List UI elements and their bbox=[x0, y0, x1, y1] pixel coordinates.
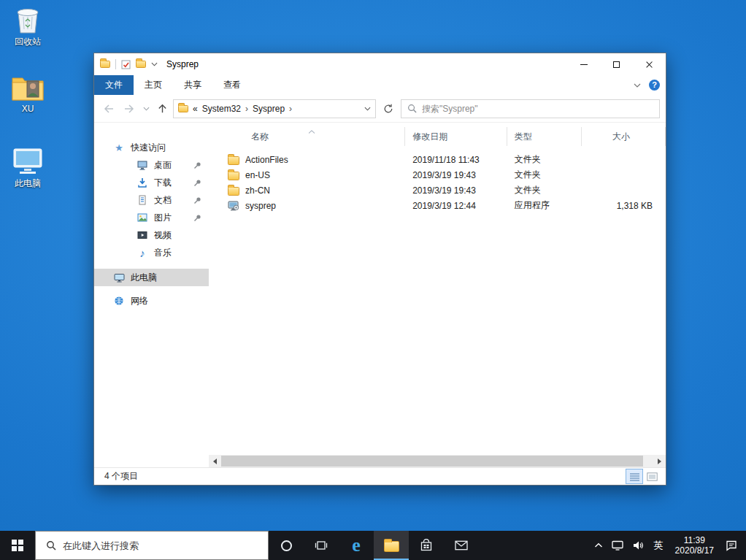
sidebar-item-documents[interactable]: 文档 bbox=[94, 191, 209, 209]
explorer-search-box[interactable] bbox=[401, 99, 660, 118]
clock[interactable]: 11:39 2020/8/17 bbox=[669, 535, 720, 556]
ribbon-tab-bar: 文件 主页 共享 查看 ? bbox=[94, 75, 666, 95]
file-type: 文件夹 bbox=[507, 153, 582, 166]
scrollbar-thumb[interactable] bbox=[221, 456, 643, 467]
action-center-button[interactable] bbox=[720, 531, 746, 560]
quick-access-star-icon: ★ bbox=[113, 143, 125, 153]
close-button[interactable] bbox=[633, 54, 666, 75]
details-view-button[interactable] bbox=[626, 469, 642, 483]
title-bar[interactable]: Sysprep bbox=[94, 53, 666, 75]
sidebar-item-network[interactable]: 网络 bbox=[94, 292, 209, 310]
file-explorer-icon bbox=[384, 541, 399, 552]
qat-new-folder-icon[interactable] bbox=[136, 61, 146, 68]
store-button[interactable] bbox=[409, 531, 444, 560]
file-size: 1,318 KB bbox=[582, 201, 666, 211]
desktop-icon-user-folder[interactable]: XU bbox=[1, 74, 54, 114]
scroll-left-button[interactable] bbox=[209, 455, 221, 467]
sidebar-item-desktop[interactable]: 桌面 bbox=[94, 156, 209, 174]
show-hidden-icons-button[interactable] bbox=[590, 531, 607, 560]
ime-indicator[interactable]: 英 bbox=[648, 531, 669, 560]
window-body: ★ 快速访问 桌面 下载 bbox=[94, 123, 666, 467]
sidebar-item-downloads[interactable]: 下载 bbox=[94, 174, 209, 191]
speaker-icon bbox=[632, 540, 644, 551]
column-header-size[interactable]: 大小 bbox=[582, 127, 666, 146]
explorer-search-input[interactable] bbox=[422, 104, 653, 114]
column-header-date-modified[interactable]: 修改日期 bbox=[405, 127, 507, 146]
task-view-button[interactable] bbox=[304, 531, 339, 560]
desktop-icon-recycle-bin[interactable]: 回收站 bbox=[1, 4, 54, 47]
address-dropdown-icon[interactable] bbox=[364, 107, 371, 111]
desktop-icon-label: XU bbox=[22, 104, 34, 114]
videos-icon bbox=[136, 230, 148, 240]
sidebar-item-quick-access[interactable]: ★ 快速访问 bbox=[94, 139, 209, 156]
volume-button[interactable] bbox=[628, 531, 648, 560]
file-explorer-button[interactable] bbox=[374, 531, 409, 560]
large-icons-view-button[interactable] bbox=[644, 469, 660, 483]
folder-icon bbox=[228, 187, 239, 196]
tab-share[interactable]: 共享 bbox=[173, 75, 212, 95]
file-type: 文件夹 bbox=[507, 169, 582, 181]
edge-icon: e bbox=[352, 536, 361, 555]
taskbar: e bbox=[0, 531, 746, 560]
breadcrumb-sysprep[interactable]: Sysprep bbox=[253, 104, 285, 114]
qat-chevron-down-icon[interactable] bbox=[151, 62, 158, 66]
breadcrumb-separator-icon[interactable]: › bbox=[245, 104, 248, 114]
application-icon bbox=[228, 201, 239, 211]
start-button[interactable] bbox=[0, 531, 35, 560]
file-row-actionfiles[interactable]: ActionFiles 2019/11/18 11:43 文件夹 bbox=[209, 152, 666, 167]
help-button[interactable]: ? bbox=[649, 80, 660, 91]
expand-ribbon-chevron-icon[interactable] bbox=[634, 83, 641, 88]
sidebar-label: 文档 bbox=[154, 194, 172, 207]
sidebar-item-this-pc[interactable]: 此电脑 bbox=[94, 269, 209, 286]
action-center-icon bbox=[726, 540, 737, 551]
taskbar-search-box[interactable] bbox=[35, 531, 269, 560]
file-name: zh-CN bbox=[245, 185, 270, 196]
pin-icon bbox=[193, 196, 201, 207]
file-date: 2019/3/19 19:43 bbox=[405, 170, 507, 180]
file-row-sysprep[interactable]: sysprep 2019/3/19 12:44 应用程序 1,318 KB bbox=[209, 198, 666, 213]
edge-button[interactable]: e bbox=[339, 531, 374, 560]
forward-button[interactable] bbox=[120, 99, 138, 118]
horizontal-scrollbar[interactable] bbox=[209, 455, 666, 467]
recycle-bin-icon bbox=[13, 4, 42, 35]
pin-icon bbox=[193, 214, 201, 224]
file-row-en-us[interactable]: en-US 2019/3/19 19:43 文件夹 bbox=[209, 167, 666, 183]
sort-ascending-icon[interactable] bbox=[308, 126, 315, 136]
refresh-icon bbox=[383, 104, 393, 114]
minimize-button[interactable] bbox=[567, 54, 600, 75]
recent-locations-button[interactable] bbox=[141, 99, 151, 118]
breadcrumb-separator-icon[interactable]: › bbox=[289, 104, 292, 114]
scroll-right-button[interactable] bbox=[653, 455, 666, 467]
sidebar-item-pictures[interactable]: 图片 bbox=[94, 209, 209, 226]
address-bar[interactable]: « System32 › Sysprep › bbox=[173, 99, 376, 118]
desktop: 回收站 XU 此电脑 bbox=[0, 0, 746, 560]
tab-view[interactable]: 查看 bbox=[212, 75, 252, 95]
this-pc-icon bbox=[11, 146, 45, 177]
tab-file[interactable]: 文件 bbox=[94, 75, 134, 95]
sidebar-item-music[interactable]: ♪ 音乐 bbox=[94, 244, 209, 261]
store-icon bbox=[420, 539, 433, 552]
back-button[interactable] bbox=[100, 99, 118, 118]
mail-button[interactable] bbox=[444, 531, 479, 560]
column-header-name[interactable]: 名称 bbox=[209, 127, 405, 146]
network-icon bbox=[113, 296, 125, 306]
up-button[interactable] bbox=[154, 99, 170, 118]
tab-home[interactable]: 主页 bbox=[134, 75, 173, 95]
network-status-button[interactable] bbox=[607, 531, 628, 560]
refresh-button[interactable] bbox=[379, 99, 398, 118]
window-folder-icon bbox=[100, 61, 110, 68]
sidebar-item-videos[interactable]: 视频 bbox=[94, 226, 209, 244]
desktop-icon-this-pc[interactable]: 此电脑 bbox=[1, 146, 54, 188]
breadcrumb-system32[interactable]: System32 bbox=[202, 104, 241, 114]
close-icon bbox=[645, 61, 653, 69]
clock-date: 2020/8/17 bbox=[675, 545, 714, 556]
file-rows: ActionFiles 2019/11/18 11:43 文件夹 en-US 2… bbox=[209, 152, 666, 213]
column-header-type[interactable]: 类型 bbox=[507, 127, 582, 146]
maximize-button[interactable] bbox=[600, 54, 633, 75]
file-row-zh-cn[interactable]: zh-CN 2019/3/19 19:43 文件夹 bbox=[209, 183, 666, 198]
cortana-icon bbox=[281, 540, 292, 551]
breadcrumb-overflow[interactable]: « bbox=[193, 104, 198, 114]
taskbar-search-input[interactable] bbox=[63, 540, 268, 551]
qat-properties-icon[interactable] bbox=[121, 60, 131, 69]
cortana-button[interactable] bbox=[269, 531, 304, 560]
